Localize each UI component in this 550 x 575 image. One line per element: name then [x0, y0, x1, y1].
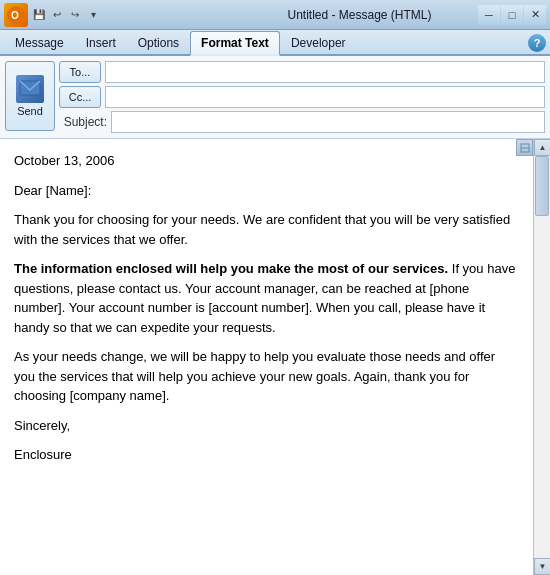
tab-message[interactable]: Message: [4, 31, 75, 54]
close-button[interactable]: ✕: [524, 5, 546, 25]
corner-button[interactable]: [516, 139, 533, 156]
svg-text:O: O: [11, 10, 19, 21]
redo-quick-btn[interactable]: ↪: [67, 7, 83, 23]
enclosure-line: Enclosure: [14, 445, 519, 465]
tab-insert[interactable]: Insert: [75, 31, 127, 54]
closing-line: Sincerely,: [14, 416, 519, 436]
ribbon-tabs: Message Insert Options Format Text Devel…: [0, 30, 550, 56]
paragraph1: Thank you for choosing for your needs. W…: [14, 210, 519, 249]
scroll-thumb[interactable]: [535, 156, 549, 216]
tab-options[interactable]: Options: [127, 31, 190, 54]
to-row: To...: [59, 61, 545, 83]
maximize-button[interactable]: □: [501, 5, 523, 25]
title-bar-left: O 💾 ↩ ↪ ▾: [4, 3, 241, 27]
scrollbar[interactable]: ▲ ▼: [533, 139, 550, 575]
help-icon[interactable]: ?: [528, 34, 546, 52]
subject-row: Subject:: [59, 111, 545, 133]
paragraph2-bold: The information enclosed will help you m…: [14, 261, 448, 276]
salutation-line: Dear [Name]:: [14, 181, 519, 201]
office-icon: O: [4, 3, 28, 27]
title-bar: O 💾 ↩ ↪ ▾ Untitled - Message (HTML) ─ □ …: [0, 0, 550, 30]
cc-input[interactable]: [105, 86, 545, 108]
send-button[interactable]: Send: [5, 61, 55, 131]
paragraph2: The information enclosed will help you m…: [14, 259, 519, 337]
subject-label: Subject:: [59, 115, 107, 129]
body-content[interactable]: October 13, 2006 Dear [Name]: Thank you …: [0, 139, 533, 575]
undo-quick-btn[interactable]: ↩: [49, 7, 65, 23]
to-button[interactable]: To...: [59, 61, 101, 83]
paragraph3: As your needs change, we will be happy t…: [14, 347, 519, 406]
tab-developer[interactable]: Developer: [280, 31, 357, 54]
window-title: Untitled - Message (HTML): [241, 8, 478, 22]
tab-format-text[interactable]: Format Text: [190, 31, 280, 56]
send-label: Send: [17, 105, 43, 117]
qa-dropdown-btn[interactable]: ▾: [85, 7, 101, 23]
header-fields: To... Cc... Subject:: [59, 61, 545, 133]
quick-access-toolbar: 💾 ↩ ↪ ▾: [31, 7, 101, 23]
window-controls: ─ □ ✕: [478, 5, 546, 25]
date-line: October 13, 2006: [14, 151, 519, 171]
email-body: October 13, 2006 Dear [Name]: Thank you …: [0, 139, 550, 575]
cc-button[interactable]: Cc...: [59, 86, 101, 108]
cc-row: Cc...: [59, 86, 545, 108]
to-input[interactable]: [105, 61, 545, 83]
scroll-up-button[interactable]: ▲: [534, 139, 550, 156]
save-quick-btn[interactable]: 💾: [31, 7, 47, 23]
main-area: Send To... Cc... Subject: Oct: [0, 56, 550, 575]
subject-input[interactable]: [111, 111, 545, 133]
scroll-down-button[interactable]: ▼: [534, 558, 550, 575]
send-icon: [16, 75, 44, 103]
email-header: Send To... Cc... Subject:: [0, 56, 550, 139]
scroll-track[interactable]: [534, 156, 550, 558]
minimize-button[interactable]: ─: [478, 5, 500, 25]
